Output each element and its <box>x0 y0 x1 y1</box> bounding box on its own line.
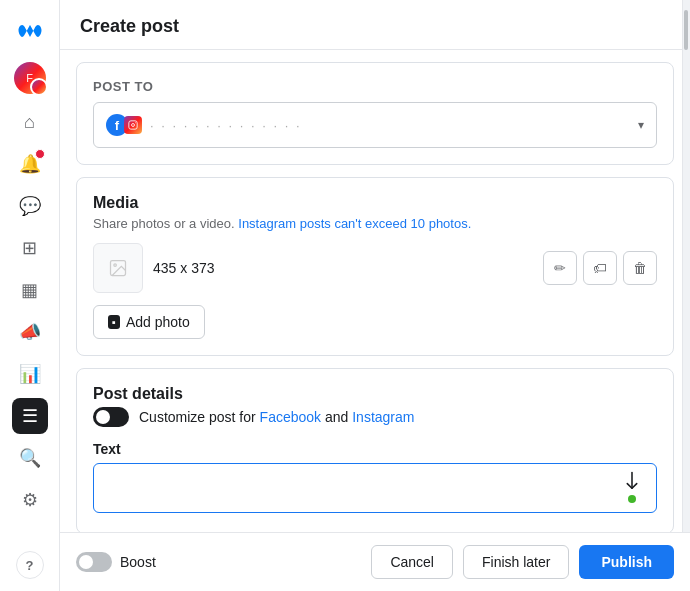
user-avatar[interactable]: F <box>14 62 46 94</box>
customize-label: Customize post for Facebook and Instagra… <box>139 409 414 425</box>
text-label: Text <box>93 441 657 457</box>
customize-toggle[interactable] <box>93 407 129 427</box>
tag-media-button[interactable]: 🏷 <box>583 251 617 285</box>
text-input-wrapper <box>93 463 657 517</box>
media-subtitle-text: Share photos or a video. <box>93 216 235 231</box>
search-icon: 🔍 <box>19 447 41 469</box>
pages-icon: ⊞ <box>22 237 37 259</box>
svg-rect-1 <box>129 121 137 129</box>
boost-label: Boost <box>120 554 156 570</box>
sidebar-item-settings[interactable]: ⚙ <box>12 482 48 518</box>
platform-icons: f <box>106 111 142 139</box>
sidebar-item-grid[interactable]: ▦ <box>12 272 48 308</box>
panel-header: Create post <box>60 0 690 50</box>
menu-icon: ☰ <box>22 405 38 427</box>
instagram-icon <box>124 116 142 134</box>
arrow-down-icon <box>623 471 641 493</box>
svg-point-2 <box>135 122 136 123</box>
media-row: 435 x 373 ✏ 🏷 🗑 <box>93 243 657 293</box>
delete-media-button[interactable]: 🗑 <box>623 251 657 285</box>
media-title: Media <box>93 194 657 212</box>
customize-instagram-link[interactable]: Instagram <box>352 409 414 425</box>
sidebar-item-help[interactable]: ? <box>16 551 44 579</box>
trash-icon: 🗑 <box>633 260 647 276</box>
chat-icon: 💬 <box>19 195 41 217</box>
cursor-dot <box>628 495 636 503</box>
media-subtitle-link[interactable]: Instagram posts can't exceed 10 photos. <box>238 216 471 231</box>
post-details-section: Post details Customize post for Facebook… <box>76 368 674 532</box>
sidebar-item-pages[interactable]: ⊞ <box>12 230 48 266</box>
platform-name: · · · · · · · · · · · · · · <box>150 118 302 133</box>
add-photo-icon: ▪ <box>108 315 120 329</box>
svg-point-0 <box>132 124 135 127</box>
scrollbar-thumb <box>684 10 688 50</box>
sidebar-item-home[interactable]: ⌂ <box>12 104 48 140</box>
post-to-label: Post to <box>93 79 657 94</box>
pencil-icon: ✏ <box>554 260 566 276</box>
post-to-dropdown[interactable]: f · · · · · · · · · · · · · · ▾ <box>93 102 657 148</box>
boost-toggle[interactable] <box>76 552 112 572</box>
cursor-indicator <box>623 471 641 503</box>
panel-footer: Boost Cancel Finish later Publish <box>60 532 690 591</box>
main-content: Create post Post to f <box>60 0 690 591</box>
scrollbar-track[interactable] <box>682 0 690 532</box>
panel-title: Create post <box>80 16 179 36</box>
edit-media-button[interactable]: ✏ <box>543 251 577 285</box>
sidebar-item-chat[interactable]: 💬 <box>12 188 48 224</box>
finish-later-button[interactable]: Finish later <box>463 545 569 579</box>
cancel-button[interactable]: Cancel <box>371 545 453 579</box>
sidebar-item-search[interactable]: 🔍 <box>12 440 48 476</box>
post-details-title: Post details <box>93 385 657 403</box>
svg-point-4 <box>114 264 117 267</box>
create-post-panel: Create post Post to f <box>60 0 690 532</box>
meta-logo <box>12 12 48 48</box>
media-actions: ✏ 🏷 🗑 <box>543 251 657 285</box>
home-icon: ⌂ <box>24 112 35 133</box>
media-dimensions: 435 x 373 <box>153 260 215 276</box>
media-thumbnail <box>93 243 143 293</box>
sidebar-item-chart[interactable]: 📊 <box>12 356 48 392</box>
chevron-down-icon: ▾ <box>638 118 644 132</box>
customize-row: Customize post for Facebook and Instagra… <box>93 407 657 427</box>
post-text-input[interactable] <box>93 463 657 513</box>
media-section: Media Share photos or a video. Instagram… <box>76 177 674 356</box>
help-icon: ? <box>26 558 34 573</box>
footer-left: Boost <box>76 552 156 572</box>
sidebar-item-notifications[interactable]: 🔔 <box>12 146 48 182</box>
sidebar-item-menu[interactable]: ☰ <box>12 398 48 434</box>
sidebar: F ⌂ 🔔 💬 ⊞ ▦ 📣 📊 ☰ 🔍 ⚙ ? <box>0 0 60 591</box>
sidebar-item-megaphone[interactable]: 📣 <box>12 314 48 350</box>
media-left: 435 x 373 <box>93 243 215 293</box>
publish-button[interactable]: Publish <box>579 545 674 579</box>
media-subtitle: Share photos or a video. Instagram posts… <box>93 216 657 231</box>
tag-icon: 🏷 <box>593 260 607 276</box>
chart-icon: 📊 <box>19 363 41 385</box>
platform-selector-left: f · · · · · · · · · · · · · · <box>106 111 302 139</box>
customize-facebook-link[interactable]: Facebook <box>260 409 321 425</box>
grid-icon: ▦ <box>21 279 38 301</box>
megaphone-icon: 📣 <box>19 321 41 343</box>
gear-icon: ⚙ <box>22 489 38 511</box>
footer-right: Cancel Finish later Publish <box>371 545 674 579</box>
bell-icon: 🔔 <box>19 153 41 175</box>
post-to-section: Post to f · · · · · · · · · · <box>76 62 674 165</box>
add-photo-button[interactable]: ▪ Add photo <box>93 305 205 339</box>
